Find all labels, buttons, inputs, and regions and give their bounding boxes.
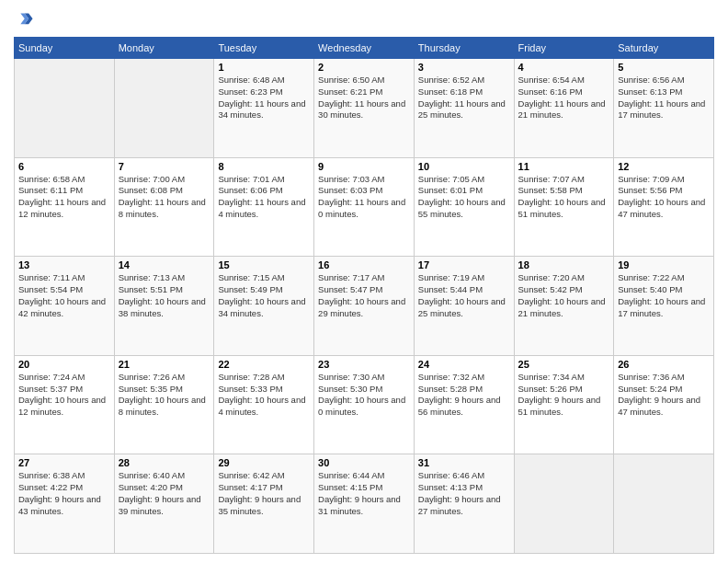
- calendar-cell: 3Sunrise: 6:52 AM Sunset: 6:18 PM Daylig…: [414, 59, 514, 158]
- calendar-cell: 27Sunrise: 6:38 AM Sunset: 4:22 PM Dayli…: [15, 454, 115, 554]
- calendar-cell: 28Sunrise: 6:40 AM Sunset: 4:20 PM Dayli…: [114, 454, 214, 554]
- calendar-cell: 9Sunrise: 7:03 AM Sunset: 6:03 PM Daylig…: [314, 157, 415, 257]
- calendar-cell: 24Sunrise: 7:32 AM Sunset: 5:28 PM Dayli…: [414, 355, 514, 454]
- day-detail: Sunrise: 7:15 AM Sunset: 5:49 PM Dayligh…: [218, 272, 310, 319]
- day-number: 27: [18, 457, 110, 468]
- day-detail: Sunrise: 7:20 AM Sunset: 5:42 PM Dayligh…: [518, 272, 610, 319]
- weekday-header-thursday: Thursday: [414, 38, 514, 59]
- calendar-cell: 11Sunrise: 7:07 AM Sunset: 5:58 PM Dayli…: [514, 157, 614, 257]
- day-number: 11: [518, 161, 610, 172]
- day-number: 23: [318, 359, 410, 370]
- calendar-cell: 7Sunrise: 7:00 AM Sunset: 6:08 PM Daylig…: [114, 157, 214, 257]
- weekday-header-saturday: Saturday: [614, 38, 714, 59]
- day-detail: Sunrise: 7:30 AM Sunset: 5:30 PM Dayligh…: [318, 372, 410, 419]
- calendar-cell: 8Sunrise: 7:01 AM Sunset: 6:06 PM Daylig…: [214, 157, 314, 257]
- calendar-cell: 25Sunrise: 7:34 AM Sunset: 5:26 PM Dayli…: [514, 355, 614, 454]
- calendar-cell: 6Sunrise: 6:58 AM Sunset: 6:11 PM Daylig…: [15, 157, 115, 257]
- day-detail: Sunrise: 6:54 AM Sunset: 6:16 PM Dayligh…: [518, 75, 610, 121]
- day-detail: Sunrise: 7:07 AM Sunset: 5:58 PM Dayligh…: [518, 174, 610, 221]
- day-detail: Sunrise: 7:00 AM Sunset: 6:08 PM Dayligh…: [119, 174, 210, 221]
- day-detail: Sunrise: 6:40 AM Sunset: 4:20 PM Dayligh…: [119, 470, 210, 517]
- logo-icon: [14, 9, 34, 29]
- day-number: 24: [418, 359, 510, 370]
- calendar-cell: 15Sunrise: 7:15 AM Sunset: 5:49 PM Dayli…: [214, 257, 314, 356]
- calendar-cell: 30Sunrise: 6:44 AM Sunset: 4:15 PM Dayli…: [314, 454, 415, 554]
- day-detail: Sunrise: 6:48 AM Sunset: 6:23 PM Dayligh…: [218, 75, 310, 121]
- day-number: 22: [218, 359, 310, 370]
- header: [14, 9, 714, 29]
- day-detail: Sunrise: 7:17 AM Sunset: 5:47 PM Dayligh…: [318, 272, 410, 319]
- day-number: 13: [18, 259, 110, 270]
- day-number: 29: [218, 457, 310, 468]
- calendar-header: SundayMondayTuesdayWednesdayThursdayFrid…: [15, 38, 714, 59]
- day-number: 2: [318, 62, 410, 73]
- day-detail: Sunrise: 7:32 AM Sunset: 5:28 PM Dayligh…: [418, 372, 510, 419]
- day-number: 31: [418, 457, 510, 468]
- calendar-week-5: 27Sunrise: 6:38 AM Sunset: 4:22 PM Dayli…: [15, 454, 714, 554]
- calendar-cell: 21Sunrise: 7:26 AM Sunset: 5:35 PM Dayli…: [114, 355, 214, 454]
- calendar-cell: 26Sunrise: 7:36 AM Sunset: 5:24 PM Dayli…: [614, 355, 714, 454]
- day-number: 25: [518, 359, 610, 370]
- calendar-cell: [614, 454, 714, 554]
- calendar-cell: 1Sunrise: 6:48 AM Sunset: 6:23 PM Daylig…: [214, 59, 314, 158]
- day-number: 19: [618, 259, 710, 270]
- weekday-header-sunday: Sunday: [15, 38, 115, 59]
- day-detail: Sunrise: 7:34 AM Sunset: 5:26 PM Dayligh…: [518, 372, 610, 419]
- weekday-header-tuesday: Tuesday: [214, 38, 314, 59]
- day-detail: Sunrise: 7:01 AM Sunset: 6:06 PM Dayligh…: [218, 174, 310, 221]
- day-number: 17: [418, 259, 510, 270]
- calendar-cell: 17Sunrise: 7:19 AM Sunset: 5:44 PM Dayli…: [414, 257, 514, 356]
- calendar-body: 1Sunrise: 6:48 AM Sunset: 6:23 PM Daylig…: [15, 59, 714, 554]
- day-detail: Sunrise: 6:52 AM Sunset: 6:18 PM Dayligh…: [418, 75, 510, 121]
- calendar-cell: 18Sunrise: 7:20 AM Sunset: 5:42 PM Dayli…: [514, 257, 614, 356]
- day-detail: Sunrise: 7:09 AM Sunset: 5:56 PM Dayligh…: [618, 174, 710, 221]
- day-number: 4: [518, 62, 610, 73]
- day-number: 30: [318, 457, 410, 468]
- day-detail: Sunrise: 6:58 AM Sunset: 6:11 PM Dayligh…: [18, 174, 110, 221]
- day-detail: Sunrise: 7:13 AM Sunset: 5:51 PM Dayligh…: [119, 272, 210, 319]
- calendar-cell: 29Sunrise: 6:42 AM Sunset: 4:17 PM Dayli…: [214, 454, 314, 554]
- day-number: 10: [418, 161, 510, 172]
- day-number: 1: [218, 62, 310, 73]
- day-detail: Sunrise: 6:50 AM Sunset: 6:21 PM Dayligh…: [318, 75, 410, 121]
- day-number: 20: [18, 359, 110, 370]
- calendar-cell: 2Sunrise: 6:50 AM Sunset: 6:21 PM Daylig…: [314, 59, 415, 158]
- day-number: 3: [418, 62, 510, 73]
- page: SundayMondayTuesdayWednesdayThursdayFrid…: [0, 0, 728, 563]
- day-detail: Sunrise: 7:26 AM Sunset: 5:35 PM Dayligh…: [119, 372, 210, 419]
- weekday-header-wednesday: Wednesday: [314, 38, 415, 59]
- day-number: 21: [119, 359, 210, 370]
- day-number: 6: [18, 161, 110, 172]
- calendar-cell: 31Sunrise: 6:46 AM Sunset: 4:13 PM Dayli…: [414, 454, 514, 554]
- day-detail: Sunrise: 6:42 AM Sunset: 4:17 PM Dayligh…: [218, 470, 310, 517]
- calendar-cell: 16Sunrise: 7:17 AM Sunset: 5:47 PM Dayli…: [314, 257, 415, 356]
- day-detail: Sunrise: 6:44 AM Sunset: 4:15 PM Dayligh…: [318, 470, 410, 517]
- day-number: 8: [218, 161, 310, 172]
- calendar-cell: 12Sunrise: 7:09 AM Sunset: 5:56 PM Dayli…: [614, 157, 714, 257]
- day-detail: Sunrise: 6:38 AM Sunset: 4:22 PM Dayligh…: [18, 470, 110, 517]
- day-number: 16: [318, 259, 410, 270]
- day-number: 9: [318, 161, 410, 172]
- calendar-cell: 19Sunrise: 7:22 AM Sunset: 5:40 PM Dayli…: [614, 257, 714, 356]
- day-detail: Sunrise: 7:36 AM Sunset: 5:24 PM Dayligh…: [618, 372, 710, 419]
- weekday-header-monday: Monday: [114, 38, 214, 59]
- calendar-cell: 20Sunrise: 7:24 AM Sunset: 5:37 PM Dayli…: [15, 355, 115, 454]
- day-detail: Sunrise: 7:03 AM Sunset: 6:03 PM Dayligh…: [318, 174, 410, 221]
- weekday-header-friday: Friday: [514, 38, 614, 59]
- day-number: 18: [518, 259, 610, 270]
- calendar-cell: [514, 454, 614, 554]
- calendar-cell: 14Sunrise: 7:13 AM Sunset: 5:51 PM Dayli…: [114, 257, 214, 356]
- day-number: 5: [618, 62, 710, 73]
- day-detail: Sunrise: 7:24 AM Sunset: 5:37 PM Dayligh…: [18, 372, 110, 419]
- day-detail: Sunrise: 7:19 AM Sunset: 5:44 PM Dayligh…: [418, 272, 510, 319]
- day-number: 14: [119, 259, 210, 270]
- day-number: 26: [618, 359, 710, 370]
- calendar-week-2: 6Sunrise: 6:58 AM Sunset: 6:11 PM Daylig…: [15, 157, 714, 257]
- calendar-cell: [15, 59, 115, 158]
- day-detail: Sunrise: 6:56 AM Sunset: 6:13 PM Dayligh…: [618, 75, 710, 121]
- logo: [14, 9, 36, 29]
- calendar-cell: 5Sunrise: 6:56 AM Sunset: 6:13 PM Daylig…: [614, 59, 714, 158]
- calendar-week-4: 20Sunrise: 7:24 AM Sunset: 5:37 PM Dayli…: [15, 355, 714, 454]
- calendar-cell: 10Sunrise: 7:05 AM Sunset: 6:01 PM Dayli…: [414, 157, 514, 257]
- day-number: 28: [119, 457, 210, 468]
